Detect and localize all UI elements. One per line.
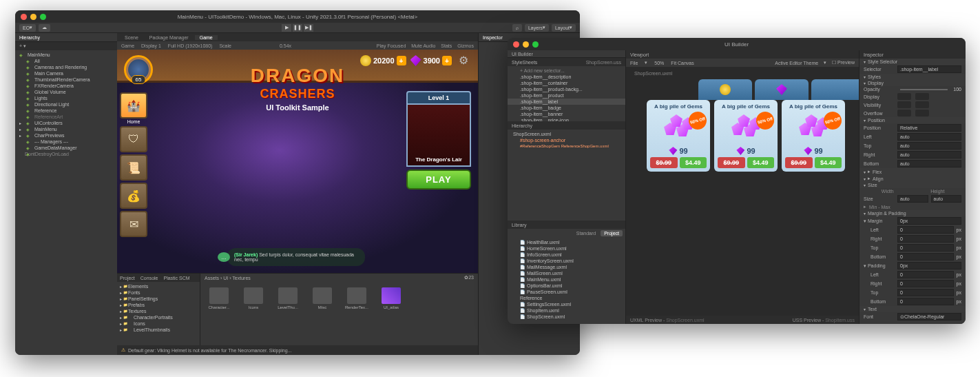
- bottom-field[interactable]: auto: [897, 160, 961, 167]
- folder-item[interactable]: Prefabs: [117, 302, 200, 308]
- search-icon[interactable]: ⌕: [512, 24, 522, 32]
- nav-characters[interactable]: 🛡: [120, 126, 147, 152]
- asset-folder[interactable]: Icons: [240, 287, 267, 309]
- pause-button[interactable]: ❚❚: [293, 24, 302, 32]
- style-selector-section[interactable]: Style Selector: [859, 59, 966, 65]
- gizmos-dropdown[interactable]: Gizmos: [457, 43, 474, 48]
- hierarchy-item[interactable]: CharPreviews: [15, 132, 117, 139]
- hierarchy-item[interactable]: FXRenderCamera: [15, 83, 117, 89]
- hierarchy-item[interactable]: GameDataManager: [15, 145, 117, 151]
- selector-item[interactable]: .shop-item__container: [508, 80, 625, 86]
- shop-tab-coins[interactable]: [698, 79, 752, 100]
- tab-ui-builder[interactable]: UI Builder: [512, 52, 533, 57]
- padding-bottom-field[interactable]: 0: [897, 298, 954, 305]
- library-item[interactable]: InfoScreen.uxml: [508, 252, 625, 258]
- player-avatar[interactable]: 65: [124, 55, 153, 84]
- file-menu[interactable]: File: [630, 61, 638, 65]
- folder-item[interactable]: CharacterPortraits: [117, 314, 200, 320]
- theme-dropdown[interactable]: Active Editor Theme: [775, 61, 818, 65]
- text-section[interactable]: Text: [859, 306, 966, 312]
- hierarchy-item[interactable]: Directional Light: [15, 101, 117, 108]
- step-button[interactable]: ▶❚: [304, 24, 313, 32]
- nav-home[interactable]: 🏰: [120, 92, 147, 119]
- library-item[interactable]: MainMenu.uxml: [508, 276, 625, 283]
- preview-toggle[interactable]: Preview: [837, 60, 855, 65]
- library-item[interactable]: SettingsScreen.uxml: [508, 301, 625, 307]
- zoom-level[interactable]: 50%: [654, 61, 664, 65]
- layers-dropdown[interactable]: Layers ▾: [525, 24, 549, 32]
- margin-padding-section[interactable]: Margin & Padding: [859, 210, 966, 216]
- hierarchy-item[interactable]: UIControllers: [15, 120, 117, 126]
- folder-item[interactable]: Elements: [117, 283, 200, 289]
- tab-package-manager[interactable]: Package Manager: [145, 35, 194, 40]
- hierarchy-root[interactable]: ShopScreen.uxml: [508, 131, 625, 137]
- font-field[interactable]: ⊙ChelaOne-Regular: [897, 313, 961, 320]
- hierarchy-item[interactable]: ReferenceArt: [15, 114, 117, 120]
- shop-card[interactable]: A big pile of Gems 50% Off 99 $9.99$4.49: [714, 100, 778, 172]
- cloud-icon[interactable]: ☁: [39, 24, 50, 32]
- opacity-slider[interactable]: [900, 89, 948, 90]
- library-item[interactable]: MailScreen.uxml: [508, 270, 625, 276]
- uxml-preview-label[interactable]: UXML Preview: [630, 318, 662, 323]
- minimize-icon[interactable]: [30, 14, 37, 20]
- library-item[interactable]: InventoryScreen.uxml: [508, 258, 625, 264]
- right-field[interactable]: auto: [897, 151, 961, 159]
- nav-resources[interactable]: 📜: [120, 154, 147, 181]
- hierarchy-item[interactable]: MainMenu: [15, 126, 117, 132]
- asset-folder[interactable]: Misc: [309, 287, 335, 309]
- selector-item-selected[interactable]: .shop-item__label: [508, 99, 625, 105]
- hierarchy-item[interactable]: #shop-screen-anchor: [508, 137, 625, 143]
- uss-preview-label[interactable]: USS Preview: [793, 318, 821, 323]
- position-section[interactable]: Position: [859, 117, 966, 123]
- folder-item[interactable]: PanelSettings: [117, 296, 200, 302]
- folder-item[interactable]: Textures: [117, 308, 200, 314]
- selector-item[interactable]: .shop-item__description: [508, 74, 625, 80]
- tab-game[interactable]: Game: [195, 35, 218, 40]
- tab-console[interactable]: Console: [140, 276, 158, 281]
- asset-file[interactable]: UI_atlas: [378, 287, 404, 309]
- hierarchy-tab[interactable]: Hierarchy: [19, 35, 40, 40]
- selector-item[interactable]: .shop-item__banner: [508, 111, 625, 117]
- tab-scene[interactable]: Scene: [120, 35, 143, 40]
- fit-canvas-button[interactable]: Fit Canvas: [671, 61, 694, 65]
- settings-icon[interactable]: ⚙: [459, 54, 472, 68]
- margin-field[interactable]: 0px: [897, 217, 961, 225]
- tab-project[interactable]: Project: [601, 230, 623, 236]
- padding-right-field[interactable]: 0: [897, 280, 954, 287]
- margin-left-field[interactable]: 0: [897, 226, 954, 234]
- viewport-canvas[interactable]: ShopScreen.uxml A big pile of Gems 50% O…: [626, 67, 859, 316]
- height-field[interactable]: auto: [931, 195, 962, 203]
- selector-item[interactable]: .shop-item__badge: [508, 105, 625, 111]
- account-dropdown[interactable]: EO ▾: [19, 24, 36, 32]
- left-field[interactable]: auto: [897, 133, 961, 141]
- hierarchy-item[interactable]: All: [15, 58, 117, 64]
- hierarchy-scene[interactable]: MainMenu: [15, 52, 117, 58]
- add-gems-button[interactable]: +: [442, 56, 452, 65]
- library-item[interactable]: OptionsBar.uxml: [508, 283, 625, 289]
- stats-toggle[interactable]: Stats: [441, 43, 452, 48]
- top-field[interactable]: auto: [897, 142, 961, 150]
- play-button[interactable]: ▶: [282, 24, 291, 32]
- tab-plastic[interactable]: Plastic SCM: [163, 276, 189, 281]
- asset-folder[interactable]: LevelThu...: [275, 287, 301, 309]
- mute-audio-toggle[interactable]: Mute Audio: [411, 43, 435, 48]
- tab-project[interactable]: Project: [120, 276, 135, 281]
- maximize-icon[interactable]: [40, 14, 46, 20]
- library-item[interactable]: PauseScreen.uxml: [508, 289, 625, 295]
- nav-mail[interactable]: ✉: [120, 211, 147, 237]
- hierarchy-item[interactable]: Cameras and Rendering: [15, 64, 117, 70]
- width-field[interactable]: auto: [897, 195, 928, 203]
- tab-inspector[interactable]: Inspector: [483, 35, 503, 40]
- overflow-toggle[interactable]: [897, 110, 911, 116]
- margin-right-field[interactable]: 0: [897, 235, 954, 243]
- close-icon[interactable]: [21, 14, 27, 20]
- styles-section[interactable]: Styles: [859, 74, 966, 80]
- margin-bottom-field[interactable]: 0: [897, 253, 954, 261]
- flex-section[interactable]: ▸ Flex: [859, 168, 966, 175]
- library-item[interactable]: HealthBar.uxml: [508, 239, 625, 245]
- add-selector-input[interactable]: Add new selector...: [524, 68, 565, 73]
- asset-folder[interactable]: Character...: [206, 287, 232, 309]
- asset-folder[interactable]: RenderTex...: [344, 287, 370, 309]
- size-section[interactable]: Size: [859, 182, 966, 188]
- game-mode-dropdown[interactable]: Game: [121, 43, 134, 48]
